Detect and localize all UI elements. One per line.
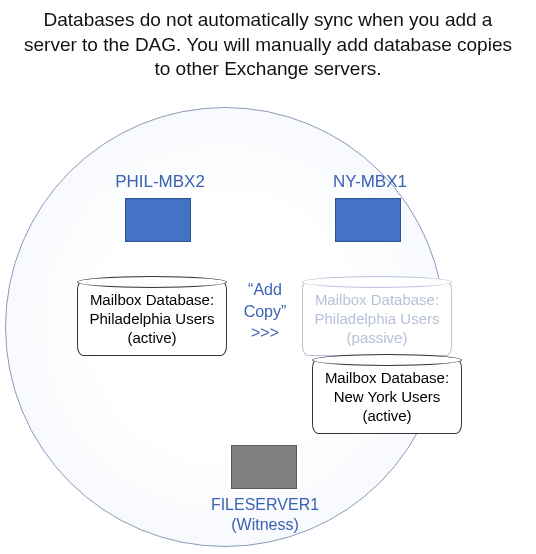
db-left-active-line2: Philadelphia Users xyxy=(84,310,220,329)
db-right-passive: Mailbox Database: Philadelphia Users (pa… xyxy=(302,280,452,356)
caption-text: Databases do not automatically sync when… xyxy=(0,8,536,82)
server-right-block xyxy=(335,198,401,242)
db-right-active: Mailbox Database: New York Users (active… xyxy=(312,358,462,434)
server-witness-block xyxy=(231,445,297,489)
db-right-active-line1: Mailbox Database: xyxy=(319,369,455,388)
db-right-passive-line1: Mailbox Database: xyxy=(309,291,445,310)
db-left-active-line3: (active) xyxy=(84,329,220,348)
server-witness-label-group: FILESERVER1 (Witness) xyxy=(205,495,325,535)
add-copy-label: “Add Copy” >>> xyxy=(235,279,295,344)
server-left-block xyxy=(125,198,191,242)
db-left-active: Mailbox Database: Philadelphia Users (ac… xyxy=(77,280,227,356)
add-copy-line2: Copy” xyxy=(235,301,295,323)
server-left-label: PHIL-MBX2 xyxy=(100,172,220,192)
db-left-active-line1: Mailbox Database: xyxy=(84,291,220,310)
server-witness-role: (Witness) xyxy=(205,515,325,535)
db-right-passive-line3: (passive) xyxy=(309,329,445,348)
db-right-active-line2: New York Users xyxy=(319,388,455,407)
add-copy-line1: “Add xyxy=(235,279,295,301)
db-right-active-line3: (active) xyxy=(319,407,455,426)
add-copy-line3: >>> xyxy=(235,322,295,344)
server-witness-label: FILESERVER1 xyxy=(205,495,325,515)
db-right-passive-line2: Philadelphia Users xyxy=(309,310,445,329)
server-right-label: NY-MBX1 xyxy=(310,172,430,192)
